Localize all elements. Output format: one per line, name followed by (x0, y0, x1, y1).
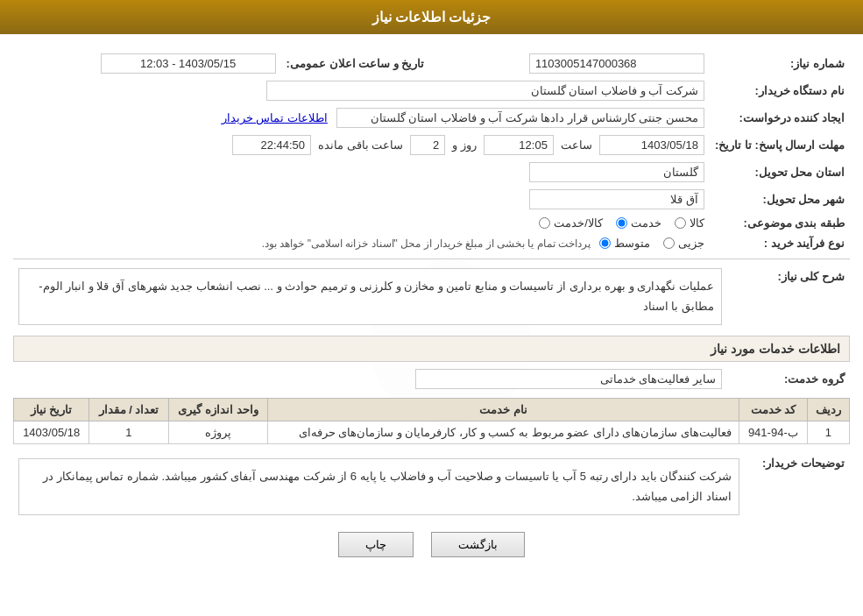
response-time-label: ساعت (561, 138, 592, 152)
services-section-header: اطلاعات خدمات مورد نیاز (13, 336, 850, 362)
kala-radio[interactable] (675, 217, 686, 229)
khadamat-radio[interactable] (616, 217, 627, 229)
print-button[interactable]: چاپ (338, 532, 414, 557)
kala-khadamat-radio[interactable] (539, 217, 550, 229)
jozvi-label: جزیی (678, 237, 704, 250)
row-date: 1403/05/18 (14, 421, 89, 443)
motavaset-label: متوسط (614, 237, 650, 250)
process-motavaset[interactable]: متوسط (599, 237, 650, 250)
kala-khadamat-label: کالا/خدمت (554, 216, 603, 230)
col-unit: واحد اندازه گیری (168, 398, 268, 421)
col-name: نام خدمت (268, 398, 739, 421)
creator-input: محسن جنتی کارشناس قرار دادها شرکت آب و ف… (336, 108, 704, 128)
province-label: استان محل تحویل: (710, 159, 850, 186)
col-code: کد خدمت (739, 398, 808, 421)
announce-value: 1403/05/15 - 12:03 (13, 50, 281, 77)
motavaset-radio[interactable] (599, 237, 611, 249)
category-value: کالا خدمت کالا/خدمت (13, 213, 710, 233)
response-time-input: 12:05 (484, 135, 554, 155)
response-remaining-label: ساعت باقی مانده (318, 138, 403, 152)
organization-input: شرکت آب و فاضلاب استان گلستان (266, 81, 704, 101)
creator-label: ایجاد کننده درخواست: (710, 104, 850, 131)
announce-label: تاریخ و ساعت اعلان عمومی: (281, 50, 442, 77)
row-code: ب-94-941 (739, 421, 808, 443)
category-kala-khadamat[interactable]: کالا/خدمت (539, 216, 603, 230)
row-quantity: 1 (89, 421, 168, 443)
row-unit: پروژه (168, 421, 268, 443)
kala-label: کالا (690, 216, 704, 230)
khadamat-label: خدمت (631, 216, 661, 230)
city-label: شهر محل تحویل: (710, 186, 850, 213)
process-note: پرداخت تمام یا بخشی از مبلغ خریدار از مح… (262, 237, 591, 250)
buttons-row: بازگشت چاپ (13, 532, 850, 557)
page-header: جزئیات اطلاعات نیاز (0, 0, 863, 34)
response-deadline-value: 1403/05/18 ساعت 12:05 روز و 2 ساعت باقی … (13, 131, 710, 159)
sharh-box: عملیات نگهداری و بهره برداری از تاسیسات … (18, 268, 722, 325)
process-jozvi[interactable]: جزیی (663, 237, 704, 250)
process-value: جزیی متوسط پرداخت تمام یا بخشی از مبلغ خ… (13, 233, 710, 253)
response-days-label: روز و (452, 138, 477, 152)
category-label: طبقه بندی موضوعی: (710, 213, 850, 233)
organization-value: شرکت آب و فاضلاب استان گلستان (13, 77, 710, 104)
back-button[interactable]: بازگشت (431, 532, 525, 557)
niyaz-number-label: شماره نیاز: (710, 50, 850, 77)
niyaz-number-value: 1103005147000368 (442, 50, 710, 77)
sharh-label: شرح کلی نیاز: (727, 265, 850, 329)
city-value: آق قلا (442, 186, 710, 213)
province-value: گلستان (442, 159, 710, 186)
category-kala[interactable]: کالا (675, 216, 704, 230)
table-row: 1 ب-94-941 فعالیت‌های سازمان‌های دارای ع… (14, 421, 850, 443)
process-label: نوع فرآیند خرید : (710, 233, 850, 253)
buyer-notes-value: شرکت کنندگان باید دارای رتبه 5 آب یا تاس… (13, 451, 745, 519)
row-number: 1 (807, 421, 849, 443)
col-quantity: تعداد / مقدار (89, 398, 168, 421)
organization-label: نام دستگاه خریدار: (710, 77, 850, 104)
services-table: ردیف کد خدمت نام خدمت واحد اندازه گیری ت… (13, 398, 850, 444)
col-date: تاریخ نیاز (14, 398, 89, 421)
row-name: فعالیت‌های سازمان‌های دارای عضو مربوط به… (268, 421, 739, 443)
response-days-input: 2 (410, 135, 445, 155)
service-group-input: سایر فعالیت‌های خدماتی (415, 369, 722, 389)
province-input: گلستان (529, 162, 704, 182)
buyer-notes-label: توضیحات خریدار: (745, 451, 850, 519)
header-title: جزئیات اطلاعات نیاز (372, 10, 492, 25)
city-input: آق قلا (529, 189, 704, 209)
contact-link[interactable]: اطلاعات تماس خریدار (222, 111, 328, 124)
sharh-value: عملیات نگهداری و بهره برداری از تاسیسات … (13, 265, 727, 329)
response-deadline-label: مهلت ارسال پاسخ: تا تاریخ: (710, 131, 850, 159)
service-group-value: سایر فعالیت‌های خدماتی (13, 365, 727, 393)
jozvi-radio[interactable] (663, 237, 675, 249)
creator-value: محسن جنتی کارشناس قرار دادها شرکت آب و ف… (13, 104, 710, 131)
buyer-notes-box: شرکت کنندگان باید دارای رتبه 5 آب یا تاس… (18, 458, 739, 515)
service-group-label: گروه خدمت: (727, 365, 850, 393)
announce-input: 1403/05/15 - 12:03 (101, 53, 276, 74)
response-remaining-input: 22:44:50 (232, 135, 311, 155)
col-row: ردیف (807, 398, 849, 421)
response-date-input: 1403/05/18 (599, 135, 704, 155)
category-khadamat[interactable]: خدمت (616, 216, 661, 230)
niyaz-number-input: 1103005147000368 (529, 53, 704, 74)
